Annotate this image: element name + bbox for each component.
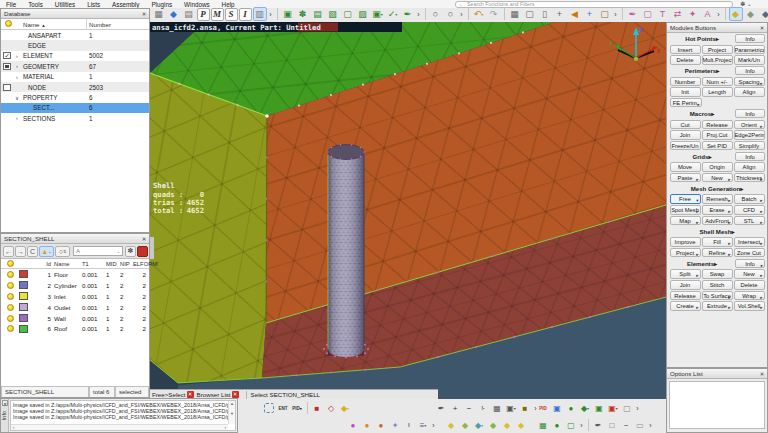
toolbar-icon[interactable]: › [579, 419, 585, 432]
toolbar-icon[interactable]: ▦ [491, 402, 504, 415]
options-list-body[interactable] [669, 381, 765, 429]
toolbar-icon[interactable]: ○ [429, 7, 443, 21]
cut-button[interactable]: Cut [670, 120, 701, 130]
toolbar-icon[interactable]: ▢ [565, 419, 578, 432]
toolbar-icon[interactable]: › [613, 7, 619, 21]
cfd-button[interactable]: CFD▸ [734, 205, 765, 215]
section-row-wall[interactable]: 5Wall0.001122 [1, 313, 149, 324]
stl-button[interactable]: STL▸ [734, 216, 765, 226]
project-button[interactable]: Project [702, 45, 733, 55]
mult-project-button[interactable]: Mult.Project [702, 55, 733, 65]
info-button[interactable]: Info [735, 66, 765, 76]
improve-button[interactable]: Improve [670, 237, 701, 247]
to-surface-button[interactable]: To Surface▸ [702, 291, 733, 301]
close-icon[interactable]: ✕ [141, 236, 147, 242]
toolbar-icon[interactable]: › [716, 7, 722, 21]
edge2perim--button[interactable]: Edge2Perim. [734, 130, 765, 140]
spot-mesh-button[interactable]: Spot Mesh▸ [670, 205, 701, 215]
join-button[interactable]: Join [670, 280, 701, 290]
toolbar-icon[interactable]: ◆▾ [339, 402, 352, 415]
toolbar-icon[interactable]: □ [606, 419, 619, 432]
toolbar-icon[interactable]: + [449, 402, 462, 415]
delete-button[interactable]: Delete [670, 55, 701, 65]
proj-cut-button[interactable]: Proj.Cut [702, 130, 733, 140]
swap-button[interactable]: Swap [702, 269, 733, 279]
tree-item-property[interactable]: ∨PROPERTY6 [1, 92, 149, 102]
toolbar-icon[interactable]: !- [477, 402, 490, 415]
toolbar-icon[interactable]: ● [551, 419, 564, 432]
tree-item-geometry[interactable]: ›GEOMETRY67 [1, 61, 149, 71]
mark-un-button[interactable]: Mark/Un [734, 55, 765, 65]
align-button[interactable]: Align [734, 162, 765, 172]
refine-button[interactable]: Refine▸ [702, 248, 733, 258]
remesh-button[interactable]: Remesh▸ [702, 194, 733, 204]
set-pid-button[interactable]: Set PID [702, 141, 733, 151]
back-icon[interactable]: ← [3, 246, 14, 257]
section-header[interactable]: Elements▸ [669, 260, 735, 267]
thickness-button[interactable]: Thickness▸ [734, 173, 765, 183]
close-icon[interactable]: ✕ [141, 11, 147, 17]
section-shell-columns[interactable]: Id Name T1 MID NIP ELFORM ⊤ [1, 259, 149, 269]
toolbar-icon[interactable]: › [648, 419, 654, 432]
new-button[interactable]: New▸ [734, 269, 765, 279]
filter-combobox[interactable]: A⌄ [73, 246, 123, 256]
wrap-button[interactable]: Wrap▸ [734, 291, 765, 301]
toolbar-icon[interactable]: ✒ [626, 7, 640, 21]
paste-button[interactable]: Paste▸ [670, 173, 701, 183]
toolbar-icon[interactable]: ✒ [401, 7, 415, 21]
toolbar-icon[interactable]: ▦ [152, 7, 166, 21]
gear-icon[interactable]: ✽ [125, 246, 136, 257]
toolbar-icon[interactable]: ◆ [759, 7, 768, 21]
toolbar-icon[interactable]: ● [347, 419, 360, 432]
toolbar-icon[interactable]: A [701, 7, 715, 21]
toolbar-icon[interactable]: ≡▾ [417, 419, 430, 432]
menu-lists[interactable]: Lists [81, 1, 106, 8]
map-button[interactable]: Map▸ [670, 216, 701, 226]
toolbar-icon[interactable]: ▣ [551, 402, 564, 415]
project-button[interactable]: Project▸ [670, 248, 701, 258]
toolbar-icon[interactable]: ▣▾ [505, 402, 518, 415]
tree-item-node[interactable]: NODE2503 [1, 82, 149, 92]
toolbar-icon[interactable]: › [431, 419, 437, 432]
toolbar-icon[interactable]: ▯ [538, 7, 552, 21]
close-icon[interactable]: ✕ [2, 400, 8, 406]
toolbar-icon[interactable]: ◆ [744, 7, 758, 21]
split-button[interactable]: Split▸ [670, 269, 701, 279]
menu-utilities[interactable]: Utilities [49, 1, 81, 8]
section-header[interactable]: Grids▸ [669, 153, 735, 160]
toolbar-icon[interactable]: ● [375, 419, 388, 432]
toolbar-icon[interactable]: ✓▾ [386, 7, 400, 21]
batch-button[interactable]: Batch▸ [734, 194, 765, 204]
delete-button[interactable]: Delete [734, 280, 765, 290]
toolbar-icon[interactable]: ↷ [487, 7, 501, 21]
spacing-button[interactable]: Spacing▸ [734, 77, 765, 87]
refresh-icon[interactable]: C [27, 246, 38, 257]
toolbar-icon[interactable]: ▢ [621, 402, 634, 415]
toolbar-icon[interactable]: ↶▾ [472, 7, 486, 21]
orient-button[interactable]: Orient▸ [734, 120, 765, 130]
tree-item-edge[interactable]: EDGE [1, 40, 149, 50]
insert-button[interactable]: Insert [670, 45, 701, 55]
tree-item-sections[interactable]: ›SECTIONS1 [1, 113, 149, 123]
toolbar-icon[interactable]: ■ [519, 402, 532, 415]
release-button[interactable]: Release [670, 291, 701, 301]
section-row-inlet[interactable]: 3Inlet0.001122 [1, 291, 149, 302]
toolbar-icon[interactable] [264, 403, 274, 413]
toolbar-icon[interactable]: ◆ [167, 7, 181, 21]
info-log-body[interactable]: Image saved in Z:/apps/Multi-physics/ICF… [10, 400, 236, 431]
h-scrollbar[interactable]: ‹› [11, 424, 228, 430]
toolbar-icon[interactable]: − [463, 402, 476, 415]
toolbar-icon[interactable]: ▤ [182, 7, 196, 21]
toolbar-icon[interactable]: › [635, 402, 641, 415]
init-button[interactable]: Init [670, 87, 701, 97]
toolbar-icon[interactable]: ▣ [593, 402, 606, 415]
toolbar-icon[interactable]: ✦ [686, 7, 700, 21]
toolbar-icon[interactable]: ◆▾ [579, 402, 592, 415]
section-row-roof[interactable]: 6Roof0.001122 [1, 323, 149, 334]
align-button[interactable]: Align [734, 87, 765, 97]
close-browser-icon[interactable]: ✕ [232, 391, 239, 398]
toolbar-icon[interactable]: ▥ [253, 7, 267, 21]
zone-cut-button[interactable]: Zone Cut [734, 248, 765, 258]
toolbar-icon[interactable]: ▦ [537, 419, 550, 432]
stitch-button[interactable]: Stitch [702, 280, 733, 290]
